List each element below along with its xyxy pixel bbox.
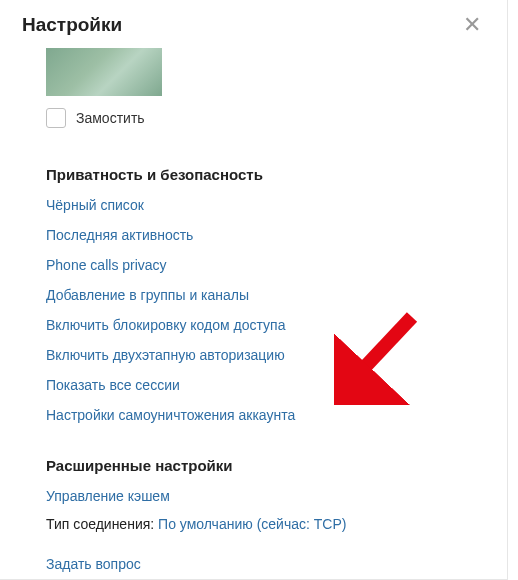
chat-background-thumbnail[interactable] <box>46 48 162 96</box>
tile-checkbox-label: Замостить <box>76 110 145 126</box>
tile-checkbox[interactable] <box>46 108 66 128</box>
close-button[interactable]: ✕ <box>459 12 485 38</box>
link-connection-type[interactable]: По умолчанию (сейчас: TCP) <box>158 516 346 532</box>
link-account-self-destruct[interactable]: Настройки самоуничтожения аккаунта <box>46 407 461 423</box>
link-passcode-lock[interactable]: Включить блокировку кодом доступа <box>46 317 461 333</box>
connection-type-label: Тип соединения: <box>46 516 158 532</box>
link-groups-channels[interactable]: Добавление в группы и каналы <box>46 287 461 303</box>
link-last-seen[interactable]: Последняя активность <box>46 227 461 243</box>
link-ask-question[interactable]: Задать вопрос <box>46 556 461 572</box>
link-active-sessions[interactable]: Показать все сессии <box>46 377 461 393</box>
privacy-section-title: Приватность и безопасность <box>46 166 461 183</box>
advanced-section-title: Расширенные настройки <box>46 457 461 474</box>
close-icon: ✕ <box>463 12 481 37</box>
connection-type-row: Тип соединения: По умолчанию (сейчас: TC… <box>46 516 461 532</box>
link-manage-cache[interactable]: Управление кэшем <box>46 488 461 504</box>
link-blacklist[interactable]: Чёрный список <box>46 197 461 213</box>
page-title: Настройки <box>22 14 122 36</box>
link-two-step-auth[interactable]: Включить двухэтапную авторизацию <box>46 347 461 363</box>
link-phone-calls[interactable]: Phone calls privacy <box>46 257 461 273</box>
